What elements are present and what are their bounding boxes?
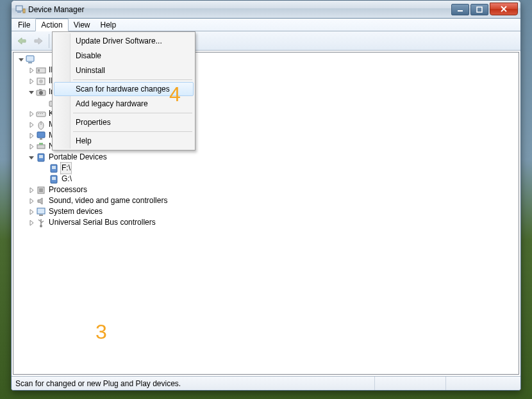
- tree-item[interactable]: Sound, video and game controllers: [15, 195, 517, 206]
- window-controls: [451, 4, 518, 15]
- window-title: Device Manager: [28, 5, 84, 14]
- maximize-button[interactable]: [470, 4, 488, 15]
- svg-rect-8: [38, 69, 40, 72]
- svg-rect-5: [26, 56, 34, 61]
- svg-rect-20: [42, 113, 43, 114]
- tree-item[interactable]: Portable Devices: [15, 152, 517, 163]
- svg-rect-28: [39, 155, 43, 158]
- svg-rect-1: [17, 12, 21, 13]
- portable-icon: [36, 152, 46, 163]
- drive-icon: [49, 174, 59, 184]
- svg-rect-19: [40, 113, 41, 114]
- menu-update-driver[interactable]: Update Driver Software...: [54, 34, 194, 48]
- computer-icon: [26, 54, 36, 65]
- svg-point-12: [39, 91, 43, 95]
- statusbar-separator: [374, 377, 375, 390]
- annotation-3: 3: [96, 320, 107, 344]
- tree-item-f-drive[interactable]: F:\: [15, 163, 517, 174]
- drive-icon: [49, 163, 59, 174]
- svg-rect-17: [37, 112, 46, 117]
- svg-rect-6: [28, 62, 32, 63]
- expander-closed-icon[interactable]: [28, 143, 35, 151]
- menu-scan-hardware[interactable]: Scan for hardware changes: [54, 82, 194, 96]
- svg-rect-23: [37, 132, 45, 138]
- expander-closed-icon[interactable]: [28, 197, 35, 205]
- network-icon: [36, 142, 46, 152]
- svg-point-10: [39, 79, 43, 83]
- expander-open-icon[interactable]: [17, 56, 25, 63]
- svg-rect-26: [39, 143, 43, 145]
- menu-separator: [73, 79, 192, 80]
- menu-separator: [73, 113, 192, 113]
- mouse-icon: [36, 120, 46, 130]
- tree-item[interactable]: Processors: [15, 184, 517, 195]
- svg-rect-32: [52, 177, 56, 180]
- menu-help[interactable]: Help: [96, 19, 122, 31]
- tree-item[interactable]: System devices: [15, 206, 517, 217]
- svg-rect-4: [477, 7, 482, 12]
- menu-help-item[interactable]: Help: [54, 134, 194, 148]
- svg-rect-24: [40, 138, 42, 140]
- statusbar-separator: [445, 377, 446, 390]
- controller-icon: [36, 76, 46, 86]
- system-icon: [36, 207, 46, 217]
- titlebar[interactable]: Device Manager: [12, 1, 520, 19]
- expander-closed-icon[interactable]: [28, 67, 35, 74]
- menu-uninstall[interactable]: Uninstall: [54, 63, 194, 77]
- controller-icon: [36, 65, 46, 76]
- menu-disable[interactable]: Disable: [54, 49, 194, 63]
- camera-icon: [36, 87, 46, 97]
- toolbar-separator: [49, 34, 49, 48]
- svg-rect-2: [23, 9, 25, 13]
- app-icon: [15, 4, 26, 15]
- tree-item-g-drive[interactable]: G:\: [15, 174, 517, 184]
- svg-rect-0: [16, 6, 22, 11]
- menu-separator: [73, 131, 192, 132]
- menubar: File Action View Help: [12, 19, 520, 31]
- expander-closed-icon[interactable]: [28, 121, 35, 129]
- monitor-icon: [36, 131, 46, 141]
- menu-properties[interactable]: Properties: [54, 115, 194, 129]
- cpu-icon: [36, 185, 46, 195]
- statusbar: Scan for changed or new Plug and Play de…: [12, 376, 520, 390]
- svg-rect-25: [37, 145, 45, 149]
- expander-closed-icon[interactable]: [28, 132, 35, 140]
- menu-add-legacy[interactable]: Add legacy hardware: [54, 97, 194, 111]
- window: Device Manager File Action View Help Upd…: [11, 0, 521, 391]
- status-text: Scan for changed or new Plug and Play de…: [15, 379, 181, 388]
- action-menu-dropdown: Update Driver Software... Disable Uninst…: [52, 31, 195, 151]
- expander-closed-icon[interactable]: [28, 186, 35, 194]
- svg-rect-35: [37, 208, 45, 214]
- expander-open-icon[interactable]: [28, 154, 35, 161]
- menu-view[interactable]: View: [69, 19, 96, 31]
- svg-rect-36: [39, 215, 43, 216]
- usb-icon: [36, 218, 46, 228]
- close-button[interactable]: [490, 3, 518, 15]
- menu-file[interactable]: File: [13, 19, 35, 31]
- svg-rect-3: [458, 10, 463, 12]
- forward-button[interactable]: [31, 33, 46, 49]
- svg-rect-34: [39, 188, 43, 192]
- back-button[interactable]: [14, 33, 29, 49]
- svg-rect-13: [39, 89, 42, 90]
- svg-rect-18: [38, 113, 39, 114]
- expander-open-icon[interactable]: [28, 88, 35, 96]
- expander-closed-icon[interactable]: [28, 110, 35, 118]
- menu-action[interactable]: Action: [35, 19, 68, 31]
- expander-closed-icon[interactable]: [28, 208, 35, 216]
- expander-closed-icon[interactable]: [28, 77, 35, 85]
- minimize-button[interactable]: [451, 4, 469, 15]
- tree-item[interactable]: Universal Serial Bus controllers: [15, 217, 517, 228]
- svg-rect-30: [52, 166, 56, 169]
- keyboard-icon: [36, 109, 46, 119]
- sound-icon: [36, 196, 46, 206]
- expander-closed-icon[interactable]: [28, 219, 35, 227]
